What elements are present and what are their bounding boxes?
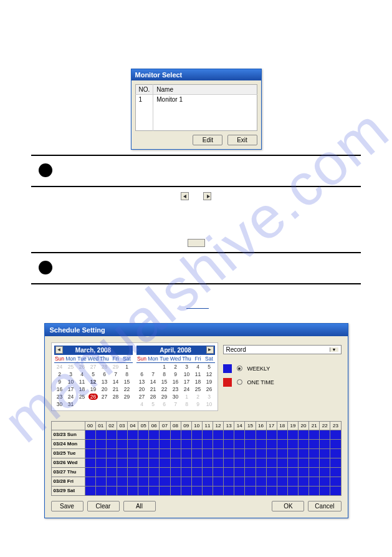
schedule-slot[interactable] <box>160 430 170 439</box>
schedule-slot[interactable] <box>106 439 117 448</box>
schedule-slot[interactable] <box>85 448 95 458</box>
calendar-day[interactable]: 3 <box>181 362 193 371</box>
calendar-day[interactable]: 19 <box>88 385 99 393</box>
schedule-slot[interactable] <box>245 467 256 477</box>
schedule-slot[interactable] <box>309 486 320 495</box>
calendar-day[interactable]: 20 <box>136 385 148 393</box>
schedule-slot[interactable] <box>245 477 256 486</box>
calendar-day[interactable]: 9 <box>193 400 204 408</box>
schedule-slot[interactable] <box>309 458 320 467</box>
calendar-day[interactable]: 1 <box>122 362 133 371</box>
ok-button[interactable]: OK <box>272 501 304 511</box>
schedule-slot[interactable] <box>95 467 106 477</box>
schedule-slot[interactable] <box>160 458 170 467</box>
schedule-slot[interactable] <box>181 486 191 495</box>
schedule-slot[interactable] <box>138 467 149 477</box>
schedule-slot[interactable] <box>309 439 320 448</box>
schedule-slot[interactable] <box>213 430 224 439</box>
calendar-day[interactable]: 7 <box>148 371 159 378</box>
calendar-day[interactable]: 13 <box>136 378 148 385</box>
calendar-day[interactable]: 2 <box>170 362 181 371</box>
schedule-slot[interactable] <box>95 439 106 448</box>
schedule-slot[interactable] <box>213 486 224 495</box>
calendar-day[interactable]: 8 <box>159 371 170 378</box>
calendar-day[interactable]: 24 <box>65 393 77 400</box>
calendar-day[interactable]: 6 <box>99 371 110 378</box>
schedule-slot[interactable] <box>85 439 95 448</box>
clear-button[interactable]: Clear <box>87 501 120 511</box>
schedule-slot[interactable] <box>191 486 202 495</box>
schedule-slot[interactable] <box>138 430 149 439</box>
schedule-slot[interactable] <box>266 439 277 448</box>
schedule-slot[interactable] <box>85 458 95 467</box>
calendar-day[interactable]: 27 <box>136 393 148 400</box>
calendar-day[interactable]: 10 <box>204 400 215 408</box>
calendar-day[interactable]: 30 <box>54 400 65 408</box>
calendar-day[interactable]: 15 <box>159 378 170 385</box>
calendar-day[interactable]: 2 <box>193 393 204 400</box>
schedule-slot[interactable] <box>213 448 224 458</box>
schedule-slot[interactable] <box>234 430 245 439</box>
schedule-slot[interactable] <box>320 439 330 448</box>
arrow-left-icon[interactable] <box>181 192 189 200</box>
schedule-slot[interactable] <box>245 430 256 439</box>
schedule-slot[interactable] <box>149 430 160 439</box>
schedule-slot[interactable] <box>309 467 320 477</box>
calendar-day[interactable]: 19 <box>204 378 215 385</box>
schedule-slot[interactable] <box>95 486 106 495</box>
calendar-day[interactable]: 7 <box>110 371 122 378</box>
calendar-day[interactable]: 13 <box>99 378 110 385</box>
schedule-slot[interactable] <box>128 477 138 486</box>
schedule-slot[interactable] <box>202 430 213 439</box>
schedule-slot[interactable] <box>138 486 149 495</box>
schedule-slot[interactable] <box>181 458 191 467</box>
calendar-day[interactable]: 7 <box>170 400 181 408</box>
schedule-slot[interactable] <box>330 430 341 439</box>
calendar-day[interactable]: 10 <box>65 378 77 385</box>
calendar-day[interactable]: 16 <box>170 378 181 385</box>
schedule-slot[interactable] <box>106 448 117 458</box>
schedule-slot[interactable] <box>85 467 95 477</box>
schedule-slot[interactable] <box>117 448 127 458</box>
calendar-day[interactable]: 4 <box>193 362 204 371</box>
schedule-slot[interactable] <box>266 467 277 477</box>
schedule-slot[interactable] <box>138 458 149 467</box>
schedule-slot[interactable] <box>245 439 256 448</box>
calendar-day[interactable]: 6 <box>159 400 170 408</box>
calendar-day[interactable]: 10 <box>181 371 193 378</box>
schedule-slot[interactable] <box>213 458 224 467</box>
schedule-slot[interactable] <box>234 439 245 448</box>
schedule-slot[interactable] <box>299 448 309 458</box>
schedule-slot[interactable] <box>149 439 160 448</box>
schedule-slot[interactable] <box>213 439 224 448</box>
schedule-slot[interactable] <box>266 430 277 439</box>
schedule-slot[interactable] <box>287 430 298 439</box>
edit-button[interactable]: Edit <box>193 135 222 145</box>
schedule-slot[interactable] <box>106 458 117 467</box>
calendar-day[interactable]: 28 <box>110 393 122 400</box>
schedule-slot[interactable] <box>170 439 181 448</box>
calendar-day[interactable]: 1 <box>159 362 170 371</box>
calendar-day[interactable]: 29 <box>110 362 122 371</box>
radio-onetime[interactable] <box>237 379 242 385</box>
schedule-slot[interactable] <box>330 458 341 467</box>
schedule-slot[interactable] <box>256 448 266 458</box>
calendar-day[interactable]: 28 <box>148 393 159 400</box>
calendar-day[interactable]: 5 <box>148 400 159 408</box>
schedule-slot[interactable] <box>245 458 256 467</box>
save-button[interactable]: Save <box>51 501 84 511</box>
schedule-slot[interactable] <box>256 430 266 439</box>
schedule-slot[interactable] <box>85 486 95 495</box>
calendar-day[interactable]: 3 <box>65 371 77 378</box>
schedule-slot[interactable] <box>330 477 341 486</box>
schedule-slot[interactable] <box>128 448 138 458</box>
schedule-slot[interactable] <box>160 486 170 495</box>
calendar-day[interactable]: 27 <box>99 393 110 400</box>
calendar-day[interactable]: 23 <box>54 393 65 400</box>
calendar-day[interactable] <box>99 400 110 408</box>
schedule-slot[interactable] <box>299 477 309 486</box>
schedule-slot[interactable] <box>299 430 309 439</box>
calendar-day[interactable]: 12 <box>88 378 99 385</box>
record-dropdown[interactable]: Record ▼ <box>223 345 342 354</box>
schedule-slot[interactable] <box>95 448 106 458</box>
